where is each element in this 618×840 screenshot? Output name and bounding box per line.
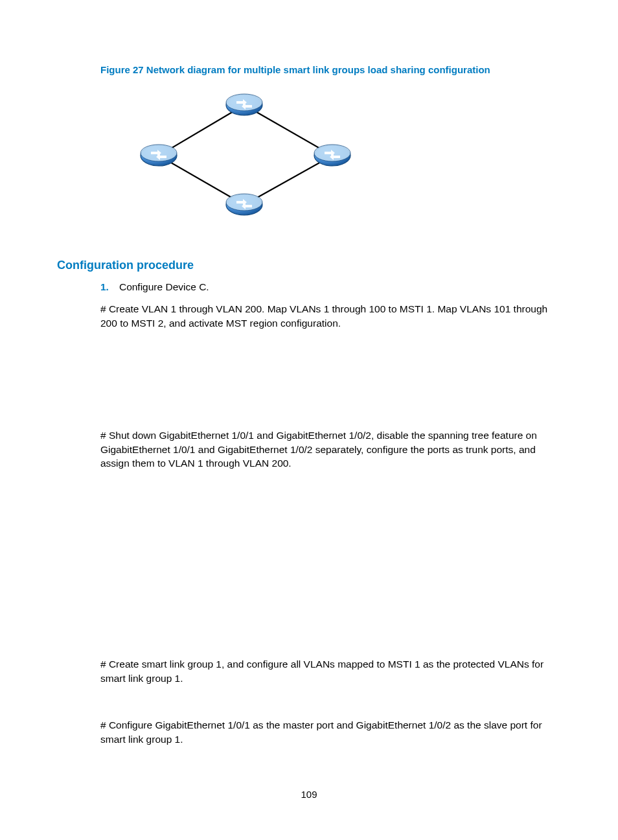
device-left-icon — [141, 145, 177, 166]
section-heading: Configuration procedure — [57, 259, 194, 272]
network-diagram — [100, 83, 360, 232]
device-top-icon — [226, 94, 262, 115]
paragraph-create-smartlink1: # Create smart link group 1, and configu… — [100, 657, 561, 685]
figure-caption: Figure 27 Network diagram for multiple s… — [100, 64, 561, 75]
paragraph-configure-master-slave: # Configure GigabitEthernet 1/0/1 as the… — [100, 718, 561, 746]
page-number: 109 — [0, 789, 618, 800]
step-text: Configure Device C. — [119, 281, 209, 292]
page: Figure 27 Network diagram for multiple s… — [0, 0, 618, 840]
step-line: 1.Configure Device C. — [100, 281, 561, 293]
device-bottom-icon — [226, 194, 262, 215]
step-number: 1. — [100, 281, 109, 292]
device-right-icon — [314, 145, 350, 166]
paragraph-create-vlan: # Create VLAN 1 through VLAN 200. Map VL… — [100, 302, 561, 330]
paragraph-shutdown-ports: # Shut down GigabitEthernet 1/0/1 and Gi… — [100, 428, 561, 471]
